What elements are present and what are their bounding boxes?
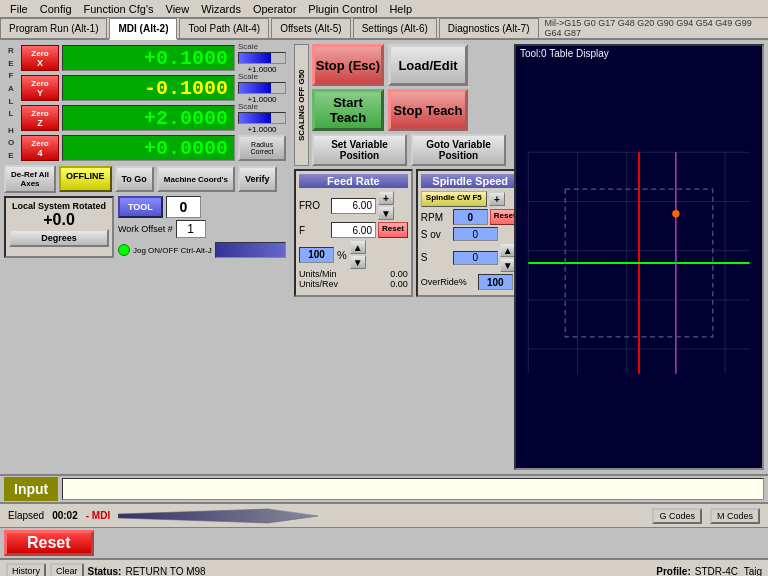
spindle-up-button[interactable]: + [489, 192, 505, 206]
work-offset-display: 1 [176, 220, 206, 238]
bottom-buttons: De-Ref All Axes OFFLINE To Go Machine Co… [4, 165, 286, 193]
menu-operator[interactable]: Operator [247, 3, 302, 15]
percent-up-button[interactable]: ▲ [350, 240, 366, 254]
gcodes-button[interactable]: G Codes [652, 508, 702, 524]
profile-label: Profile: [656, 566, 690, 577]
tabbar: Program Run (Alt-1) MDI (Alt-2) Tool Pat… [0, 18, 768, 40]
right-panel: Tool:0 Table Display [510, 40, 768, 474]
sov-label: S ov [421, 229, 451, 240]
zero-z-button[interactable]: Zero Z [21, 105, 59, 131]
f-value: 6.00 [331, 222, 376, 238]
scale-box-4: Radius Correct [238, 135, 286, 161]
degrees-button[interactable]: Degrees [9, 229, 109, 247]
load-edit-button[interactable]: Load/Edit [388, 44, 468, 86]
elapsed-mode: - MDI [86, 510, 110, 521]
feed-spindle-row: Feed Rate FRO 6.00 + ▼ F 6.00 [294, 169, 506, 297]
elapsed-bar: Elapsed 00:02 - MDI G Codes M Codes [0, 504, 768, 528]
fro-up-button[interactable]: + [378, 191, 394, 205]
axis-display-z: +2.0000 [62, 105, 235, 131]
tool-row: TOOL 0 [118, 196, 286, 218]
tool-display-title: Tool:0 Table Display [516, 46, 762, 61]
axis-row-z: Zero Z +2.0000 Scale +1.0000 [21, 104, 286, 132]
jog-label: Jog ON/OFF Ctrl-Alt-J [133, 246, 212, 255]
tool-button[interactable]: TOOL [118, 196, 163, 218]
sov-value: 0 [453, 227, 498, 241]
scale-bar-x [238, 52, 286, 64]
units-rev-label: Units/Rev [299, 279, 338, 289]
clear-button[interactable]: Clear [50, 563, 84, 576]
scale-box-x: Scale +1.0000 [238, 42, 286, 74]
bottom-left-section: Local System Rotated +0.0 Degrees TOOL 0… [4, 196, 286, 258]
percent-down-button[interactable]: ▼ [350, 255, 366, 269]
s-label: S [421, 252, 451, 263]
scale-box-z: Scale +1.0000 [238, 102, 286, 134]
tab-offsets[interactable]: Offsets (Alt-5) [271, 18, 351, 38]
tool-section: TOOL 0 Work Offset # 1 Jog ON/OFF Ctrl-A… [118, 196, 286, 258]
fro-value: 6.00 [331, 198, 376, 214]
tab-settings[interactable]: Settings (Alt-6) [353, 18, 437, 38]
axes-section: R E F A L L H O E Zero X [4, 44, 286, 162]
local-system-panel: Local System Rotated +0.0 Degrees [4, 196, 114, 258]
menu-config[interactable]: Config [34, 3, 78, 15]
stop-teach-button[interactable]: Stop Teach [388, 89, 468, 131]
tab-program-run[interactable]: Program Run (Alt-1) [0, 18, 107, 38]
scaling-section: SCALING OFF G50 Stop (Esc) Load/Edit Sta… [294, 44, 506, 166]
menubar: File Config Function Cfg's View Wizards … [0, 0, 768, 18]
zero-x-button[interactable]: Zero X [21, 45, 59, 71]
jog-bar-display[interactable] [215, 242, 286, 258]
percent-controls: ▲ ▼ [350, 240, 366, 269]
units-min-value: 0.00 [390, 269, 408, 279]
menu-plugin-control[interactable]: Plugin Control [302, 3, 383, 15]
middle-panel: SCALING OFF G50 Stop (Esc) Load/Edit Sta… [290, 40, 510, 474]
fro-controls: + ▼ [378, 191, 394, 220]
hand-graphic [118, 506, 644, 526]
history-button[interactable]: History [6, 563, 46, 576]
menu-wizards[interactable]: Wizards [195, 3, 247, 15]
menu-file[interactable]: File [4, 3, 34, 15]
axis-row-4: Zero 4 +0.0000 Radius Correct [21, 134, 286, 162]
feed-rate-title: Feed Rate [299, 174, 408, 188]
radius-correct-button[interactable]: Radius Correct [238, 135, 286, 161]
input-field[interactable] [62, 478, 764, 500]
status-label: Status: [88, 566, 122, 577]
tab-mdi[interactable]: MDI (Alt-2) [109, 18, 177, 40]
side-labels: R E F A L L H O E [4, 44, 18, 162]
axis-display-y: -0.1000 [62, 75, 235, 101]
fro-row: FRO 6.00 + ▼ [299, 191, 408, 220]
zero-y-button[interactable]: Zero Y [21, 75, 59, 101]
feed-reset-button[interactable]: Reset [378, 222, 408, 238]
tab-diagnostics[interactable]: Diagnostics (Alt-7) [439, 18, 539, 38]
machine-coords-button[interactable]: Machine Coord's [157, 166, 235, 192]
fro-down-button[interactable]: ▼ [378, 206, 394, 220]
zero-4-button[interactable]: Zero 4 [21, 135, 59, 161]
svg-point-14 [672, 210, 679, 217]
units-min-label: Units/Min [299, 269, 337, 279]
scale-box-y: Scale +1.0000 [238, 72, 286, 104]
set-variable-button[interactable]: Set Variable Position [312, 134, 407, 166]
de-ref-button[interactable]: De-Ref All Axes [4, 165, 56, 193]
offline-button[interactable]: OFFLINE [59, 166, 112, 192]
axis-row-x: Zero X +0.1000 Scale +1.0000 [21, 44, 286, 72]
menu-view[interactable]: View [160, 3, 196, 15]
spindle-cw-button[interactable]: Spindle CW F5 [421, 191, 487, 207]
tab-tool-path[interactable]: Tool Path (Alt-4) [179, 18, 269, 38]
override-row: OverRide% 100 [421, 274, 520, 290]
stop-esc-button[interactable]: Stop (Esc) [312, 44, 384, 86]
fro-label: FRO [299, 200, 329, 211]
reset-button[interactable]: Reset [4, 530, 94, 556]
f-label: F [299, 225, 329, 236]
input-bar: Input [0, 474, 768, 504]
goto-variable-button[interactable]: Goto Variable Position [411, 134, 506, 166]
verify-button[interactable]: Verify [238, 166, 277, 192]
percent-display: 100 [299, 247, 334, 263]
start-teach-button[interactable]: Start Teach [312, 89, 384, 131]
arrow-svg [118, 506, 318, 526]
menu-function-cfg[interactable]: Function Cfg's [78, 3, 160, 15]
work-offset-row: Work Offset # 1 [118, 220, 286, 238]
mcodes-button[interactable]: M Codes [710, 508, 760, 524]
status-bar: History Clear Status: RETURN TO M98 Prof… [0, 558, 768, 576]
menu-help[interactable]: Help [383, 3, 418, 15]
override-value: 100 [478, 274, 513, 290]
to-go-button[interactable]: To Go [115, 166, 154, 192]
control-row-3: Set Variable Position Goto Variable Posi… [312, 134, 506, 166]
